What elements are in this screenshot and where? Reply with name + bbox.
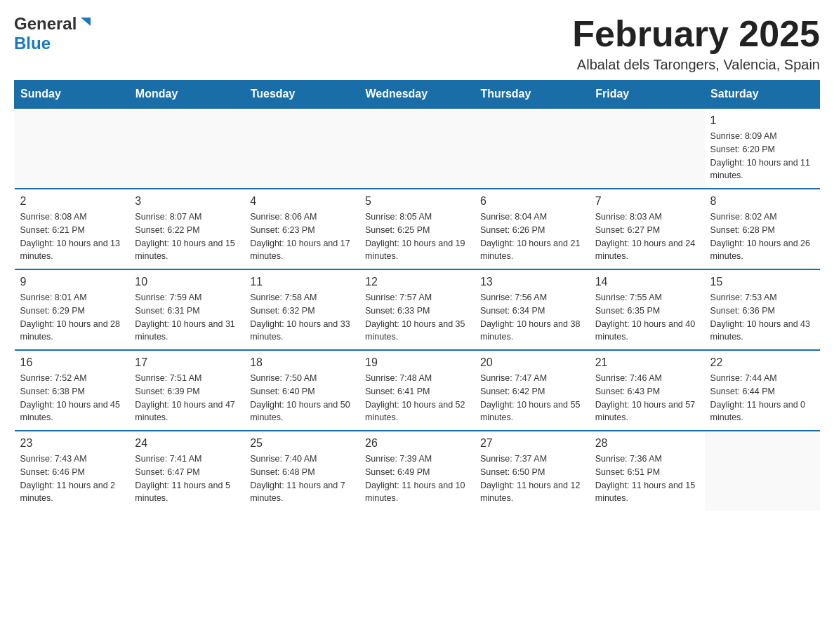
day-number: 12 <box>365 276 469 288</box>
day-info: Sunrise: 8:02 AM Sunset: 6:28 PM Dayligh… <box>710 210 814 263</box>
day-info: Sunrise: 7:57 AM Sunset: 6:33 PM Dayligh… <box>365 291 469 344</box>
day-number: 21 <box>595 356 699 369</box>
day-info: Sunrise: 7:37 AM Sunset: 6:50 PM Dayligh… <box>480 452 584 505</box>
calendar-cell <box>590 108 705 189</box>
day-info: Sunrise: 7:44 AM Sunset: 6:44 PM Dayligh… <box>710 372 814 424</box>
day-number: 1 <box>710 114 814 127</box>
svg-marker-0 <box>81 18 91 26</box>
calendar-cell: 28Sunrise: 7:36 AM Sunset: 6:51 PM Dayli… <box>590 431 705 511</box>
day-header-saturday: Saturday <box>705 81 820 109</box>
day-info: Sunrise: 7:36 AM Sunset: 6:51 PM Dayligh… <box>595 452 699 505</box>
day-number: 28 <box>595 437 699 450</box>
calendar-cell: 25Sunrise: 7:40 AM Sunset: 6:48 PM Dayli… <box>244 431 359 511</box>
logo: General Blue <box>14 14 91 53</box>
day-number: 19 <box>365 356 469 369</box>
calendar-cell: 12Sunrise: 7:57 AM Sunset: 6:33 PM Dayli… <box>359 269 475 350</box>
day-number: 27 <box>480 437 584 450</box>
day-info: Sunrise: 7:39 AM Sunset: 6:49 PM Dayligh… <box>365 452 469 505</box>
day-number: 2 <box>20 195 124 208</box>
day-info: Sunrise: 8:05 AM Sunset: 6:25 PM Dayligh… <box>365 210 469 263</box>
calendar-cell <box>129 108 244 189</box>
calendar-cell: 13Sunrise: 7:56 AM Sunset: 6:34 PM Dayli… <box>475 269 590 350</box>
calendar-table: SundayMondayTuesdayWednesdayThursdayFrid… <box>14 80 820 511</box>
calendar-cell: 14Sunrise: 7:55 AM Sunset: 6:35 PM Dayli… <box>590 269 705 350</box>
day-number: 8 <box>710 195 814 208</box>
day-number: 23 <box>20 437 124 450</box>
day-info: Sunrise: 7:46 AM Sunset: 6:43 PM Dayligh… <box>595 372 699 424</box>
day-number: 15 <box>710 276 814 288</box>
header: General Blue February 2025 Albalat dels … <box>14 14 820 73</box>
calendar-cell: 23Sunrise: 7:43 AM Sunset: 6:46 PM Dayli… <box>15 431 130 511</box>
calendar-cell <box>359 108 475 189</box>
day-info: Sunrise: 7:41 AM Sunset: 6:47 PM Dayligh… <box>135 452 239 505</box>
logo-blue: Blue <box>14 34 51 53</box>
calendar-cell: 18Sunrise: 7:50 AM Sunset: 6:40 PM Dayli… <box>244 350 359 431</box>
calendar-cell: 1Sunrise: 8:09 AM Sunset: 6:20 PM Daylig… <box>705 108 820 189</box>
calendar-cell: 27Sunrise: 7:37 AM Sunset: 6:50 PM Dayli… <box>475 431 590 511</box>
day-info: Sunrise: 7:43 AM Sunset: 6:46 PM Dayligh… <box>20 452 124 505</box>
day-info: Sunrise: 8:01 AM Sunset: 6:29 PM Dayligh… <box>20 291 124 344</box>
days-of-week-row: SundayMondayTuesdayWednesdayThursdayFrid… <box>15 81 820 109</box>
calendar-cell: 17Sunrise: 7:51 AM Sunset: 6:39 PM Dayli… <box>129 350 244 431</box>
calendar-cell <box>705 431 820 511</box>
logo-triangle-icon <box>78 16 91 32</box>
day-info: Sunrise: 7:50 AM Sunset: 6:40 PM Dayligh… <box>250 372 354 424</box>
calendar-cell: 15Sunrise: 7:53 AM Sunset: 6:36 PM Dayli… <box>705 269 820 350</box>
day-number: 20 <box>480 356 584 369</box>
day-number: 22 <box>710 356 814 369</box>
day-info: Sunrise: 7:59 AM Sunset: 6:31 PM Dayligh… <box>135 291 239 344</box>
title-block: February 2025 Albalat dels Tarongers, Va… <box>572 14 820 73</box>
calendar-cell: 3Sunrise: 8:07 AM Sunset: 6:22 PM Daylig… <box>129 189 244 269</box>
day-header-sunday: Sunday <box>15 81 130 109</box>
day-info: Sunrise: 8:08 AM Sunset: 6:21 PM Dayligh… <box>20 210 124 263</box>
calendar-cell: 19Sunrise: 7:48 AM Sunset: 6:41 PM Dayli… <box>359 350 475 431</box>
day-info: Sunrise: 7:40 AM Sunset: 6:48 PM Dayligh… <box>250 452 354 505</box>
day-info: Sunrise: 8:03 AM Sunset: 6:27 PM Dayligh… <box>595 210 699 263</box>
day-info: Sunrise: 8:06 AM Sunset: 6:23 PM Dayligh… <box>250 210 354 263</box>
day-info: Sunrise: 8:04 AM Sunset: 6:26 PM Dayligh… <box>480 210 584 263</box>
calendar-cell <box>475 108 590 189</box>
calendar-cell: 10Sunrise: 7:59 AM Sunset: 6:31 PM Dayli… <box>129 269 244 350</box>
calendar-cell: 24Sunrise: 7:41 AM Sunset: 6:47 PM Dayli… <box>129 431 244 511</box>
day-number: 10 <box>135 276 239 288</box>
day-info: Sunrise: 7:51 AM Sunset: 6:39 PM Dayligh… <box>135 372 239 424</box>
day-info: Sunrise: 7:52 AM Sunset: 6:38 PM Dayligh… <box>20 372 124 424</box>
calendar-cell: 9Sunrise: 8:01 AM Sunset: 6:29 PM Daylig… <box>15 269 130 350</box>
calendar-week-row: 2Sunrise: 8:08 AM Sunset: 6:21 PM Daylig… <box>15 189 820 269</box>
day-info: Sunrise: 7:56 AM Sunset: 6:34 PM Dayligh… <box>480 291 584 344</box>
day-number: 6 <box>480 195 584 208</box>
calendar-cell: 6Sunrise: 8:04 AM Sunset: 6:26 PM Daylig… <box>475 189 590 269</box>
day-number: 5 <box>365 195 469 208</box>
logo-general: General <box>14 14 77 34</box>
day-header-wednesday: Wednesday <box>359 81 475 109</box>
day-info: Sunrise: 7:58 AM Sunset: 6:32 PM Dayligh… <box>250 291 354 344</box>
day-info: Sunrise: 8:09 AM Sunset: 6:20 PM Dayligh… <box>710 130 814 182</box>
calendar-cell: 8Sunrise: 8:02 AM Sunset: 6:28 PM Daylig… <box>705 189 820 269</box>
day-number: 18 <box>250 356 354 369</box>
day-number: 13 <box>480 276 584 288</box>
calendar-header: SundayMondayTuesdayWednesdayThursdayFrid… <box>15 81 820 109</box>
day-number: 16 <box>20 356 124 369</box>
day-number: 7 <box>595 195 699 208</box>
day-number: 4 <box>250 195 354 208</box>
calendar-cell: 7Sunrise: 8:03 AM Sunset: 6:27 PM Daylig… <box>590 189 705 269</box>
calendar-cell: 21Sunrise: 7:46 AM Sunset: 6:43 PM Dayli… <box>590 350 705 431</box>
day-info: Sunrise: 7:53 AM Sunset: 6:36 PM Dayligh… <box>710 291 814 344</box>
day-header-monday: Monday <box>129 81 244 109</box>
day-header-thursday: Thursday <box>475 81 590 109</box>
day-info: Sunrise: 7:48 AM Sunset: 6:41 PM Dayligh… <box>365 372 469 424</box>
day-header-friday: Friday <box>590 81 705 109</box>
day-number: 3 <box>135 195 239 208</box>
calendar-cell: 20Sunrise: 7:47 AM Sunset: 6:42 PM Dayli… <box>475 350 590 431</box>
calendar-cell: 16Sunrise: 7:52 AM Sunset: 6:38 PM Dayli… <box>15 350 130 431</box>
day-number: 11 <box>250 276 354 288</box>
day-info: Sunrise: 7:47 AM Sunset: 6:42 PM Dayligh… <box>480 372 584 424</box>
calendar-cell <box>244 108 359 189</box>
day-number: 14 <box>595 276 699 288</box>
day-info: Sunrise: 8:07 AM Sunset: 6:22 PM Dayligh… <box>135 210 239 263</box>
calendar-week-row: 9Sunrise: 8:01 AM Sunset: 6:29 PM Daylig… <box>15 269 820 350</box>
page-title: February 2025 <box>572 14 820 54</box>
calendar-cell: 4Sunrise: 8:06 AM Sunset: 6:23 PM Daylig… <box>244 189 359 269</box>
calendar-cell: 5Sunrise: 8:05 AM Sunset: 6:25 PM Daylig… <box>359 189 475 269</box>
day-info: Sunrise: 7:55 AM Sunset: 6:35 PM Dayligh… <box>595 291 699 344</box>
